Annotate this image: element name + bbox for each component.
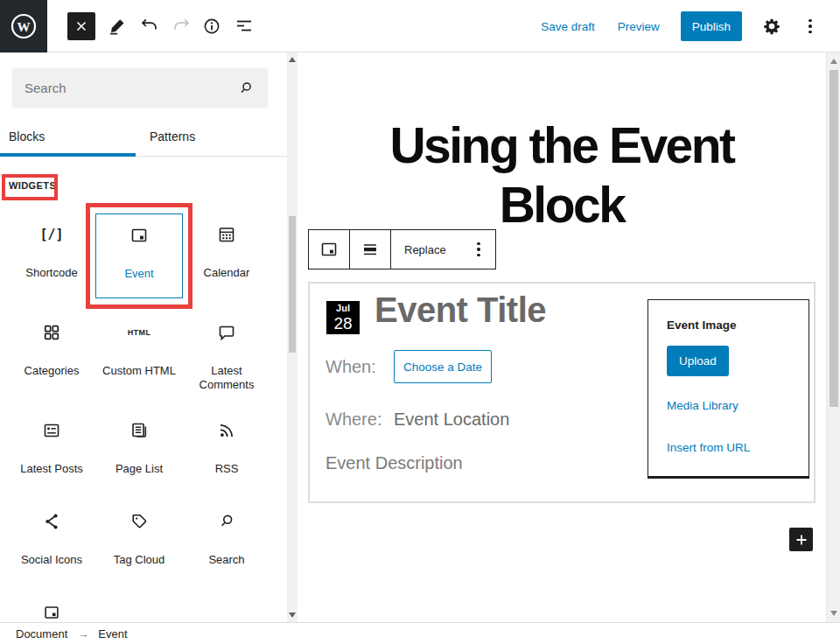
- block-tile-event[interactable]: Event: [95, 214, 183, 298]
- canvas-scrollbar-thumb[interactable]: [830, 70, 838, 407]
- align-icon: [360, 239, 381, 260]
- edit-mode-button[interactable]: [107, 16, 128, 37]
- when-label: When:: [326, 357, 376, 377]
- post-title[interactable]: Using the Event Block: [298, 116, 826, 234]
- undo-icon: [139, 16, 160, 37]
- save-draft-button[interactable]: Save draft: [541, 20, 595, 33]
- media-library-link[interactable]: Media Library: [667, 399, 738, 412]
- block-tile-calendar[interactable]: Calendar: [183, 212, 270, 280]
- block-inserter-sidebar: Blocks Patterns WIDGETS [/] Shortcode Ev…: [0, 52, 298, 622]
- widgets-section-label: WIDGETS: [9, 180, 56, 191]
- options-menu-button[interactable]: [800, 16, 821, 37]
- tag-icon: [129, 511, 150, 532]
- latest-posts-icon: [41, 420, 62, 441]
- block-tile-latest-posts[interactable]: Latest Posts: [8, 408, 95, 476]
- header-actions: Save draft Preview Publish: [541, 0, 821, 52]
- sidebar-scrollbar-thumb[interactable]: [289, 216, 296, 353]
- event-image-title: Event Image: [667, 318, 737, 332]
- event-description-placeholder[interactable]: Event Description: [326, 453, 463, 473]
- kebab-menu-icon: [808, 19, 812, 34]
- editor-header: W: [0, 0, 840, 52]
- replace-button[interactable]: Replace: [391, 230, 462, 269]
- scroll-down-arrow[interactable]: [289, 612, 296, 618]
- block-tile-categories[interactable]: Categories: [8, 310, 95, 378]
- canvas-scrollbar[interactable]: [826, 52, 840, 622]
- insert-from-url-link[interactable]: Insert from URL: [667, 441, 750, 454]
- wordpress-block-editor: W: [0, 0, 840, 644]
- widget-block-icon: [318, 239, 340, 260]
- close-icon: [74, 19, 88, 33]
- breadcrumb-arrow-icon: →: [77, 627, 88, 640]
- block-toolbar: Replace: [308, 229, 496, 270]
- pencil-icon: [107, 16, 128, 37]
- tab-blocks[interactable]: Blocks: [9, 130, 45, 144]
- block-options-button[interactable]: [462, 230, 495, 269]
- calendar-icon: [216, 224, 237, 245]
- settings-gear-button[interactable]: [761, 16, 782, 37]
- undo-button[interactable]: [139, 16, 160, 37]
- event-location-placeholder[interactable]: Event Location: [394, 410, 509, 430]
- breadcrumb-event[interactable]: Event: [98, 627, 127, 640]
- editor-canvas[interactable]: Using the Event Block Replace Ju: [298, 52, 826, 622]
- plus-icon: [794, 533, 808, 547]
- page-list-icon: [129, 420, 150, 441]
- block-tile-search[interactable]: Search: [183, 499, 270, 567]
- event-date-month: Jul: [336, 304, 350, 313]
- preview-button[interactable]: Preview: [618, 20, 660, 33]
- active-tab-indicator: [0, 153, 136, 157]
- svg-text:W: W: [18, 20, 31, 34]
- breadcrumb-bar: Document → Event: [0, 622, 840, 644]
- scroll-up-arrow[interactable]: [289, 57, 296, 62]
- kebab-menu-icon: [477, 242, 480, 257]
- list-view-icon: [234, 16, 255, 37]
- block-tile-latest-comments[interactable]: Latest Comments: [183, 310, 270, 392]
- redo-button[interactable]: [171, 16, 192, 37]
- partial-widget-icon: [42, 603, 61, 622]
- where-label: Where:: [326, 410, 382, 430]
- publish-button[interactable]: Publish: [681, 11, 742, 41]
- redo-icon: [171, 16, 192, 37]
- event-date-day: 28: [333, 315, 352, 332]
- rss-icon: [216, 420, 237, 441]
- block-tile-social-icons[interactable]: Social Icons: [8, 499, 95, 567]
- list-view-button[interactable]: [234, 16, 255, 37]
- wordpress-icon: W: [9, 11, 38, 41]
- block-tile-page-list[interactable]: Page List: [95, 408, 183, 476]
- block-tile-custom-html[interactable]: HTML Custom HTML: [95, 310, 183, 378]
- search-block-icon: [216, 511, 237, 532]
- widget-icon: [129, 225, 150, 246]
- upload-button[interactable]: Upload: [667, 346, 729, 376]
- breadcrumb-document[interactable]: Document: [16, 627, 67, 640]
- gear-icon: [762, 17, 781, 36]
- block-search-input[interactable]: [12, 80, 236, 95]
- close-inserter-button[interactable]: [67, 12, 95, 40]
- block-type-button[interactable]: [309, 230, 350, 269]
- search-icon: [236, 79, 256, 98]
- post-title-line-2: Block: [298, 175, 826, 234]
- info-button[interactable]: [201, 16, 222, 37]
- align-button[interactable]: [350, 230, 391, 269]
- comment-icon: [216, 322, 237, 343]
- tab-patterns[interactable]: Patterns: [150, 130, 195, 144]
- event-title-placeholder[interactable]: Event Title: [374, 290, 546, 330]
- post-title-line-1: Using the Event: [298, 116, 826, 175]
- choose-date-button[interactable]: Choose a Date: [394, 350, 492, 383]
- categories-icon: [41, 322, 62, 343]
- share-icon: [41, 511, 62, 532]
- add-block-button[interactable]: [789, 528, 813, 551]
- block-search-box: [12, 68, 268, 108]
- block-tile-rss[interactable]: RSS: [183, 408, 270, 476]
- event-date-badge: Jul 28: [326, 301, 360, 334]
- sidebar-scrollbar[interactable]: [287, 52, 298, 622]
- block-tile-shortcode[interactable]: [/] Shortcode: [8, 212, 95, 280]
- scroll-up-arrow[interactable]: [830, 59, 837, 64]
- info-icon: [201, 16, 222, 37]
- event-image-panel: Event Image Upload Media Library Insert …: [648, 299, 809, 479]
- shortcode-icon: [/]: [39, 224, 63, 245]
- block-tile-tag-cloud[interactable]: Tag Cloud: [95, 499, 183, 567]
- inserter-tabs: Blocks Patterns: [0, 122, 287, 157]
- html-icon: HTML: [128, 322, 151, 343]
- event-block[interactable]: Jul 28 Event Title When: Choose a Date W…: [308, 282, 816, 503]
- scroll-down-arrow[interactable]: [830, 611, 837, 616]
- wordpress-logo-button[interactable]: W: [0, 0, 47, 52]
